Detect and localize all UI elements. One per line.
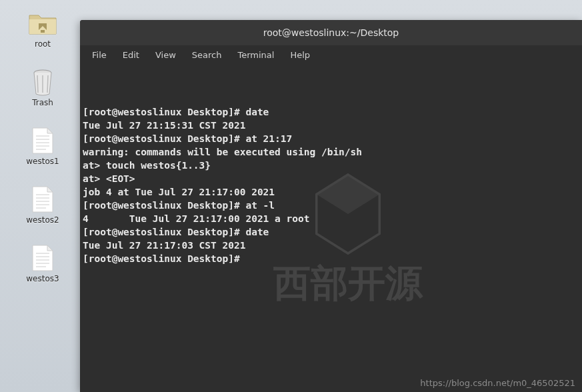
trash-icon: [27, 69, 59, 95]
window-title-bar: root@westoslinux:~/Desktop: [80, 20, 582, 45]
window-title: root@westoslinux:~/Desktop: [263, 27, 399, 38]
icon-label: westos2: [26, 215, 59, 225]
icon-label: Trash: [32, 98, 53, 107]
file-icon: [27, 186, 59, 213]
csdn-watermark: https://blog.csdn.net/m0_46502521: [420, 378, 575, 388]
file-icon: [27, 127, 59, 154]
menu-edit[interactable]: Edit: [116, 47, 146, 63]
trash[interactable]: Trash: [19, 69, 67, 107]
terminal-output: [root@westoslinux Desktop]# date Tue Jul…: [83, 105, 579, 265]
icon-label: westos3: [26, 274, 59, 283]
menu-terminal[interactable]: Terminal: [231, 47, 281, 63]
file-icon: [27, 245, 59, 271]
menu-view[interactable]: View: [149, 47, 183, 63]
root-folder[interactable]: root: [19, 10, 67, 49]
terminal-body[interactable]: 西部开源 [root@westoslinux Desktop]# date Tu…: [80, 64, 582, 392]
icon-label: westos1: [26, 157, 59, 166]
terminal-window: root@westoslinux:~/Desktop FileEditViewS…: [80, 20, 582, 392]
menu-file[interactable]: File: [85, 47, 113, 63]
file-westos1[interactable]: westos1: [19, 127, 67, 166]
menu-bar: FileEditViewSearchTerminalHelp: [80, 45, 582, 64]
file-westos3[interactable]: westos3: [19, 245, 67, 283]
menu-help[interactable]: Help: [283, 47, 317, 63]
icon-label: root: [35, 39, 51, 49]
menu-search[interactable]: Search: [185, 47, 229, 63]
desktop-icons: rootTrashwestos1westos2westos3: [19, 10, 67, 283]
folder-icon: [27, 10, 59, 37]
file-westos2[interactable]: westos2: [19, 186, 67, 225]
